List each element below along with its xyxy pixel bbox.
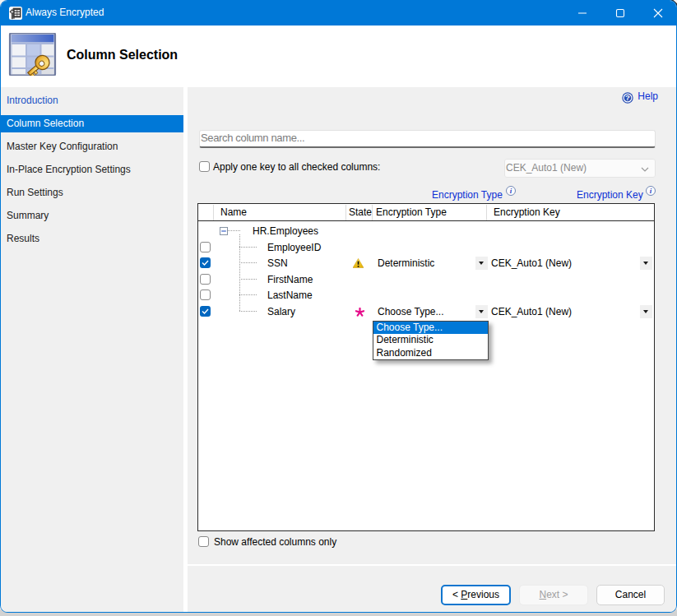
svg-text:?: ? — [625, 93, 630, 102]
